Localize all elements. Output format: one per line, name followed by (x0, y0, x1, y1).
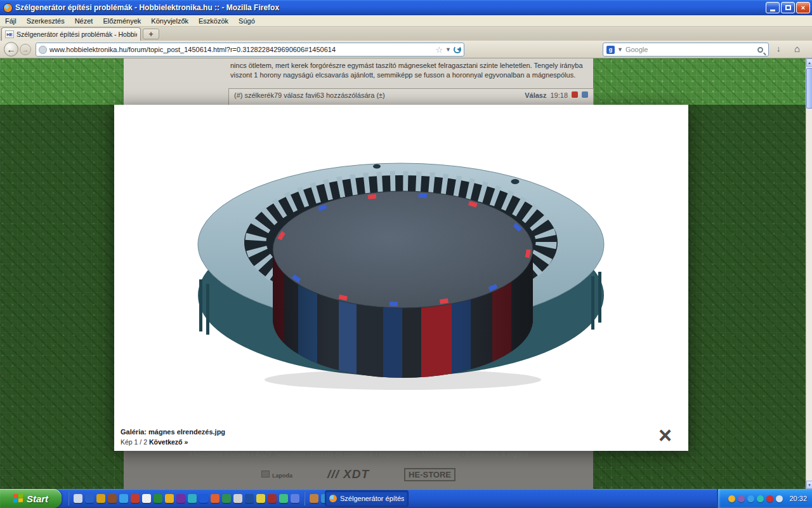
quicklaunch-divider (304, 491, 305, 505)
menu-edit[interactable]: Szerkesztés (22, 17, 70, 25)
vertical-scrollbar[interactable]: ▲ ▼ (806, 58, 812, 489)
gallery-pager: Kép 1 / 2 Következő » (121, 438, 188, 446)
mail-icon[interactable] (572, 91, 578, 98)
quicklaunch-icon-8[interactable] (154, 494, 162, 503)
gallery-image (190, 152, 615, 435)
quicklaunch-icon-21[interactable] (310, 494, 318, 503)
gallery-page-indicator: Kép 1 / 2 (121, 438, 147, 446)
minimize-icon (770, 10, 775, 11)
menu-bookmarks[interactable]: Könyvjelzők (146, 17, 193, 25)
quicklaunch-icon-5[interactable] (119, 494, 128, 503)
tab-active[interactable]: HE Szélgenerátor építési problémák - Hob… (1, 27, 141, 41)
quicklaunch-icon-4[interactable] (108, 494, 117, 503)
taskbar-task-button[interactable]: Szélgenerátor építési ... (325, 490, 409, 507)
gallery-next-link[interactable]: Következő » (149, 438, 188, 446)
quicklaunch-icon-11[interactable] (188, 494, 197, 503)
quicklaunch-icon-18[interactable] (268, 494, 277, 503)
navigation-toolbar: ← → ☆ ▼ g ▼ ↓ ⌂ (0, 41, 812, 58)
menu-view[interactable]: Nézet (70, 17, 98, 25)
reply-link[interactable]: Válasz (525, 91, 546, 99)
lightbox-close-icon[interactable]: × (658, 424, 672, 447)
quicklaunch-icon-2[interactable] (85, 494, 94, 503)
quicklaunch-icon-7[interactable] (142, 494, 151, 503)
menu-tools[interactable]: Eszközök (193, 17, 233, 25)
quicklaunch-icon-6[interactable] (131, 494, 140, 503)
scroll-up-icon[interactable]: ▲ (806, 58, 812, 67)
quicklaunch-icon-14[interactable] (222, 494, 231, 503)
menu-file[interactable]: Fájl (0, 17, 22, 25)
site-favicon: HE (5, 30, 14, 38)
new-tab-button[interactable]: + (143, 29, 159, 39)
search-dropdown-icon[interactable]: ▼ (617, 46, 623, 53)
search-bar[interactable]: g ▼ (603, 43, 769, 57)
quick-launch (66, 489, 353, 508)
firefox-app-icon (3, 3, 13, 13)
quicklaunch-icon-3[interactable] (96, 494, 105, 503)
bookmark-star-icon[interactable]: ☆ (435, 46, 443, 54)
scrollbar-thumb[interactable] (806, 68, 812, 109)
minimize-button[interactable] (766, 2, 780, 13)
quicklaunch-icon-17[interactable] (256, 494, 265, 503)
site-identity-icon[interactable] (39, 46, 47, 54)
close-icon: × (801, 4, 805, 11)
windows-taskbar: Start Szélgenerátor építési ... 20:32 (0, 489, 812, 508)
windows-flag-icon (13, 493, 23, 503)
restore-button[interactable] (781, 2, 795, 13)
window-titlebar: Szélgenerátor építési problémák - Hobbie… (0, 0, 812, 15)
quicklaunch-divider (68, 491, 69, 505)
quicklaunch-icon-20[interactable] (291, 494, 299, 503)
tray-icon-2[interactable] (738, 495, 745, 502)
tray-icon-5[interactable] (766, 495, 773, 502)
close-button[interactable]: × (796, 2, 810, 13)
quicklaunch-icon-12[interactable] (199, 494, 208, 503)
tray-icon-1[interactable] (728, 495, 735, 502)
search-magnifier-icon[interactable] (757, 47, 763, 53)
start-label: Start (27, 493, 48, 504)
quicklaunch-icon-9[interactable] (165, 494, 174, 503)
firefox-task-icon (329, 495, 337, 502)
tray-clock: 20:32 (789, 495, 807, 502)
menu-history[interactable]: Előzmények (98, 17, 146, 25)
url-bar[interactable]: ☆ ▼ (36, 43, 464, 57)
search-engine-icon[interactable]: g (606, 46, 615, 54)
home-icon[interactable]: ⌂ (794, 43, 800, 54)
task-button-label: Szélgenerátor építési ... (340, 495, 404, 502)
reload-icon[interactable] (454, 46, 461, 53)
profile-icon[interactable] (582, 91, 588, 98)
restore-icon (785, 5, 791, 10)
tray-icons (728, 495, 783, 502)
forward-button[interactable]: → (20, 44, 31, 55)
search-input[interactable] (625, 46, 755, 53)
system-tray: 20:32 (717, 489, 812, 508)
tray-icon-6[interactable] (776, 495, 783, 502)
downloads-icon[interactable]: ↓ (776, 44, 781, 53)
quicklaunch-icon-1[interactable] (74, 494, 82, 503)
start-button[interactable]: Start (0, 489, 62, 508)
scroll-down-icon[interactable]: ▼ (806, 481, 812, 489)
tray-icon-4[interactable] (757, 495, 764, 502)
url-input[interactable] (49, 46, 433, 53)
forum-post-text: nincs ötletem, mert kerek forgórészre eg… (230, 61, 593, 79)
window-title: Szélgenerátor építési problémák - Hobbie… (15, 3, 764, 12)
gallery-lightbox: Galéria: mágnes elrendezés.jpg Kép 1 / 2… (114, 105, 688, 451)
menu-bar: Fájl Szerkesztés Nézet Előzmények Könyvj… (0, 15, 812, 27)
quicklaunch-icon-15[interactable] (233, 494, 242, 503)
tray-icon-3[interactable] (747, 495, 754, 502)
quicklaunch-icon-10[interactable] (176, 494, 185, 503)
tab-strip: HE Szélgenerátor építési problémák - Hob… (0, 27, 812, 41)
tab-title: Szélgenerátor építési problémák - Hobbie… (16, 30, 137, 38)
url-dropdown-icon[interactable]: ▼ (445, 46, 451, 53)
back-button[interactable]: ← (4, 42, 18, 57)
quicklaunch-icon-13[interactable] (211, 494, 219, 503)
quicklaunch-icon-16[interactable] (245, 494, 254, 503)
gallery-caption: Galéria: mágnes elrendezés.jpg (121, 428, 225, 436)
reply-time: 19:18 (550, 91, 568, 99)
quicklaunch-icon-19[interactable] (279, 494, 288, 503)
menu-help[interactable]: Súgó (233, 17, 260, 25)
